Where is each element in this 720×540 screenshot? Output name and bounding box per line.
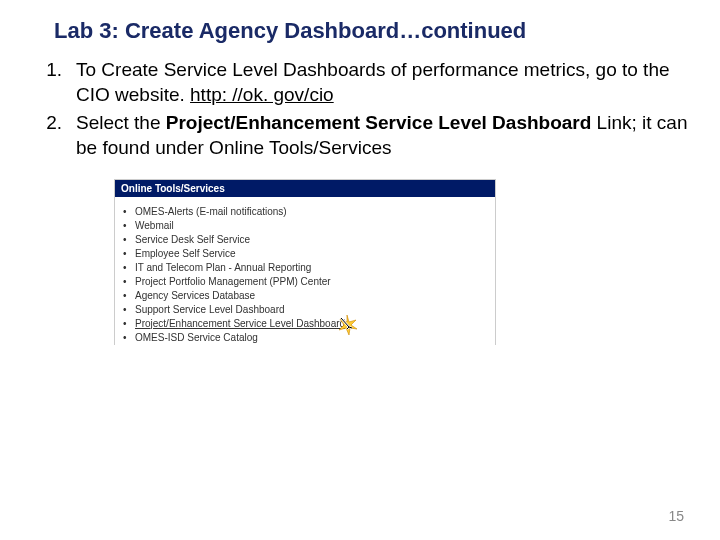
list-item: OMES-ISD Service Catalog [135,331,495,345]
list-item: Project/Enhancement Service Level Dashbo… [135,317,495,331]
list-item: Project Portfolio Management (PPM) Cente… [135,275,495,289]
list-item: Agency Services Database [135,289,495,303]
webmail-link[interactable]: Webmail [135,220,174,231]
item-text: To Create Service Level Dashboards of pe… [76,59,670,105]
item-number: 1. [34,58,62,107]
list-item: Service Desk Self Service [135,233,495,247]
omes-isd-catalog-link[interactable]: OMES-ISD Service Catalog [135,332,258,343]
item-text-pre: Select the [76,112,166,133]
list-item: Employee Self Service [135,247,495,261]
instruction-list: 1. To Create Service Level Dashboards of… [34,58,692,161]
agency-services-db-link[interactable]: Agency Services Database [135,290,255,301]
list-item: IT and Telecom Plan - Annual Reporting [135,261,495,275]
employee-self-service-link[interactable]: Employee Self Service [135,248,236,259]
item-number: 2. [34,111,62,160]
panel-header: Online Tools/Services [115,180,495,201]
page-title: Lab 3: Create Agency Dashboard…continued [54,18,692,44]
instruction-item-2: 2. Select the Project/Enhancement Servic… [34,111,692,160]
list-item: Support Service Level Dashboard [135,303,495,317]
page-number: 15 [668,508,684,524]
it-telecom-plan-link[interactable]: IT and Telecom Plan - Annual Reporting [135,262,311,273]
project-enhancement-sld-link[interactable]: Project/Enhancement Service Level Dashbo… [135,318,345,329]
item-body: Select the Project/Enhancement Service L… [76,111,692,160]
item-text-bold: Project/Enhancement Service Level Dashbo… [166,112,592,133]
support-sld-link[interactable]: Support Service Level Dashboard [135,304,285,315]
slide: Lab 3: Create Agency Dashboard…continued… [0,0,720,540]
highlighted-link-wrap: Project/Enhancement Service Level Dashbo… [135,317,345,330]
ppm-center-link[interactable]: Project Portfolio Management (PPM) Cente… [135,276,331,287]
list-item: Webmail [135,219,495,233]
instruction-item-1: 1. To Create Service Level Dashboards of… [34,58,692,107]
embedded-screenshot: Online Tools/Services OMES-Alerts (E-mai… [114,179,496,345]
service-desk-link[interactable]: Service Desk Self Service [135,234,250,245]
online-tools-list: OMES-Alerts (E-mail notifications) Webma… [115,205,495,345]
cio-website-link[interactable]: http: //ok. gov/cio [190,84,334,105]
item-body: To Create Service Level Dashboards of pe… [76,58,692,107]
omes-alerts-link[interactable]: OMES-Alerts (E-mail notifications) [135,206,287,217]
list-item: OMES-Alerts (E-mail notifications) [135,205,495,219]
